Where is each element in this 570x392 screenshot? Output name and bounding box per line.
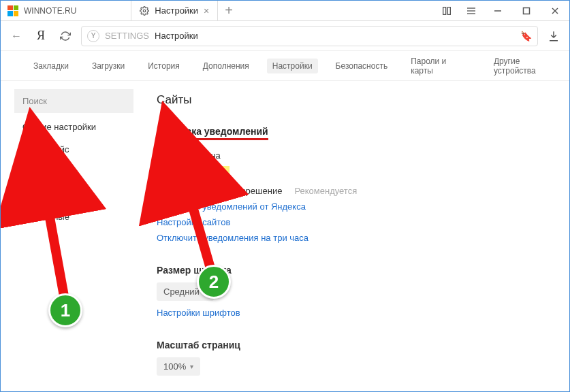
site-icon: Y xyxy=(87,30,99,42)
section-title: Сайты xyxy=(157,89,556,107)
sidebar-item-general[interactable]: Общие настройки xyxy=(14,116,133,138)
tab-close-icon[interactable]: × xyxy=(204,5,209,16)
radio-icon xyxy=(157,150,168,161)
notifications-title: Отправка уведомлений xyxy=(157,126,268,140)
app-icon xyxy=(7,5,18,16)
main-area: Поиск Общие настройки Интерфейс Инструме… xyxy=(1,81,569,384)
window-controls xyxy=(484,1,569,21)
topnav-devices[interactable]: Другие устройства xyxy=(488,54,569,78)
zoom-title: Масштаб страниц xyxy=(157,340,556,350)
radio-label: Запрашивать разрешение xyxy=(174,186,282,196)
sidebar-item-interface[interactable]: Интерфейс xyxy=(14,138,133,161)
radio-blocked[interactable]: Запрещена xyxy=(157,166,556,180)
topnav-bookmarks[interactable]: Закладки xyxy=(28,59,74,74)
sidebar-search[interactable]: Поиск xyxy=(14,89,133,113)
window-title: WINNOTE.RU xyxy=(24,6,76,16)
close-button[interactable] xyxy=(541,1,569,21)
topnav-settings[interactable]: Настройки xyxy=(267,59,318,74)
sidebar-item-system[interactable]: Системные xyxy=(14,206,133,228)
link-yandex-notifications[interactable]: Настройки уведомлений от Яндекса xyxy=(157,201,556,212)
link-disable-3h[interactable]: Отключить уведомления на три часа xyxy=(157,233,556,243)
address-bar: ← Я Y SETTINGS Настройки 🔖 xyxy=(1,21,569,51)
sidebar: Поиск Общие настройки Интерфейс Инструме… xyxy=(14,89,133,376)
minimize-button[interactable] xyxy=(484,1,512,21)
titlebar: WINNOTE.RU Настройки × + xyxy=(1,1,569,21)
settings-topnav: Закладки Загрузки История Дополнения Нас… xyxy=(1,51,569,81)
tab-label: Настройки xyxy=(155,5,198,16)
reader-button[interactable] xyxy=(434,1,459,21)
topnav-security[interactable]: Безопасность xyxy=(330,59,394,74)
bookmark-icon[interactable]: 🔖 xyxy=(520,31,532,42)
omnibox-label: Настройки xyxy=(155,31,198,41)
radio-icon xyxy=(157,185,168,196)
new-tab-button[interactable]: + xyxy=(225,3,233,18)
link-font-settings[interactable]: Настройки шрифтов xyxy=(157,308,556,318)
svg-point-0 xyxy=(144,10,146,12)
radio-icon-selected xyxy=(161,167,172,178)
topnav-passwords[interactable]: Пароли и карты xyxy=(405,54,476,78)
downloads-button[interactable] xyxy=(545,27,563,45)
svg-rect-5 xyxy=(524,7,530,14)
radio-ask[interactable]: Запрашивать разрешение Рекомендуется xyxy=(157,185,556,196)
recommended-hint: Рекомендуется xyxy=(294,186,357,196)
topnav-addons[interactable]: Дополнения xyxy=(197,59,255,74)
sidebar-item-tools[interactable]: Инструменты xyxy=(14,161,133,183)
radio-label: Запрещена xyxy=(178,168,225,178)
back-button[interactable]: ← xyxy=(7,27,25,45)
sidebar-item-sites[interactable]: Сайты xyxy=(22,188,54,201)
link-site-settings[interactable]: Настройки сайтов xyxy=(157,217,556,227)
content: Сайты Отправка уведомлений Разрешена Зап… xyxy=(150,89,556,376)
browser-tab[interactable]: Настройки × xyxy=(131,1,218,20)
zoom-select[interactable]: 100% ▾ xyxy=(157,357,200,376)
yandex-home-button[interactable]: Я xyxy=(32,27,50,45)
chevron-down-icon: ▾ xyxy=(190,363,193,370)
select-value: 100% xyxy=(163,361,186,372)
reload-button[interactable] xyxy=(57,27,74,45)
menu-button[interactable] xyxy=(459,1,484,21)
annotation-badge-1: 1 xyxy=(48,293,82,327)
omnibox[interactable]: Y SETTINGS Настройки 🔖 xyxy=(81,26,538,46)
gear-icon xyxy=(140,6,149,16)
select-value: Средний xyxy=(163,287,200,297)
omnibox-prefix: SETTINGS xyxy=(105,31,149,41)
radio-allowed[interactable]: Разрешена xyxy=(157,150,556,161)
topnav-downloads[interactable]: Загрузки xyxy=(86,59,130,74)
radio-label: Разрешена xyxy=(174,150,221,161)
maximize-button[interactable] xyxy=(512,1,541,21)
annotation-badge-2: 2 xyxy=(197,265,231,299)
topnav-history[interactable]: История xyxy=(142,59,185,74)
